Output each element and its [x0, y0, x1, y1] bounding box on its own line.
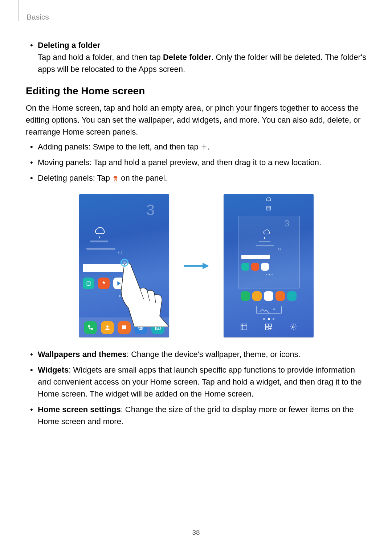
grid-outline-icon [266, 206, 271, 211]
panel-preview: 3 [238, 216, 300, 288]
header-section-label: Basics [26, 13, 49, 21]
adding-panels-item: Adding panels: Swipe to the left, and th… [26, 141, 367, 153]
wallpapers-themes-item: Wallpapers and themes: Change the device… [26, 348, 367, 360]
plus-icon [201, 144, 207, 150]
deleting-folder-block: Deleting a folder Tap and hold a folder,… [26, 39, 367, 75]
wallpaper-preview-icon [256, 306, 282, 314]
deleting-folder-text: Tap and hold a folder, and then tap Dele… [38, 53, 366, 74]
phone-app-icon [84, 321, 97, 334]
svg-rect-10 [269, 324, 271, 327]
app-icon [98, 278, 110, 289]
dock-preview [224, 291, 314, 301]
svg-rect-11 [266, 327, 268, 330]
edit-options-list: Wallpapers and themes: Change the device… [26, 348, 367, 427]
header-divider [19, 0, 19, 21]
home-outline-icon [266, 196, 271, 201]
deleting-folder-item: Deleting a folder Tap and hold a folder,… [26, 39, 367, 75]
svg-point-4 [157, 327, 159, 329]
moving-panels-item: Moving panels: Tap and hold a panel prev… [26, 156, 367, 168]
svg-rect-8 [241, 324, 247, 330]
transition-arrow-icon [184, 263, 209, 268]
home-screen-edit-figure: 3 [26, 194, 367, 337]
weather-temp: 3 [146, 201, 155, 219]
phone-after: 3 [224, 194, 314, 337]
page-number: 38 [0, 529, 392, 537]
svg-point-1 [106, 325, 109, 328]
page-content: Deleting a folder Tap and hold a folder,… [26, 39, 367, 431]
panels-list: Adding panels: Swipe to the left, and th… [26, 141, 367, 184]
page-indicator [224, 318, 314, 320]
touch-indicator [121, 259, 128, 267]
cloud-icon [262, 229, 271, 235]
tap-hand-illustration [114, 254, 169, 327]
svg-point-7 [273, 308, 275, 310]
app-icon [83, 278, 94, 289]
trash-icon [112, 175, 119, 182]
settings-icon [289, 323, 297, 331]
widgets-item: Widgets: Widgets are small apps that lau… [26, 364, 367, 400]
editing-intro: On the Home screen, tap and hold an empt… [26, 102, 367, 138]
wallpapers-icon [240, 323, 248, 331]
svg-rect-9 [266, 324, 268, 327]
deleting-panels-item: Deleting panels: Tap on the panel. [26, 172, 367, 184]
home-screen-settings-item: Home screen settings: Change the size of… [26, 403, 367, 427]
phone-before: 3 [79, 194, 169, 337]
deleting-folder-title: Deleting a folder [38, 41, 100, 50]
contacts-app-icon [101, 321, 114, 334]
svg-rect-0 [87, 281, 90, 286]
cloud-icon [94, 227, 107, 235]
svg-point-12 [292, 326, 294, 328]
edit-toolbar [224, 323, 314, 331]
widgets-icon [265, 323, 273, 331]
editing-home-screen-heading: Editing the Home screen [26, 85, 367, 97]
svg-rect-6 [267, 206, 271, 210]
